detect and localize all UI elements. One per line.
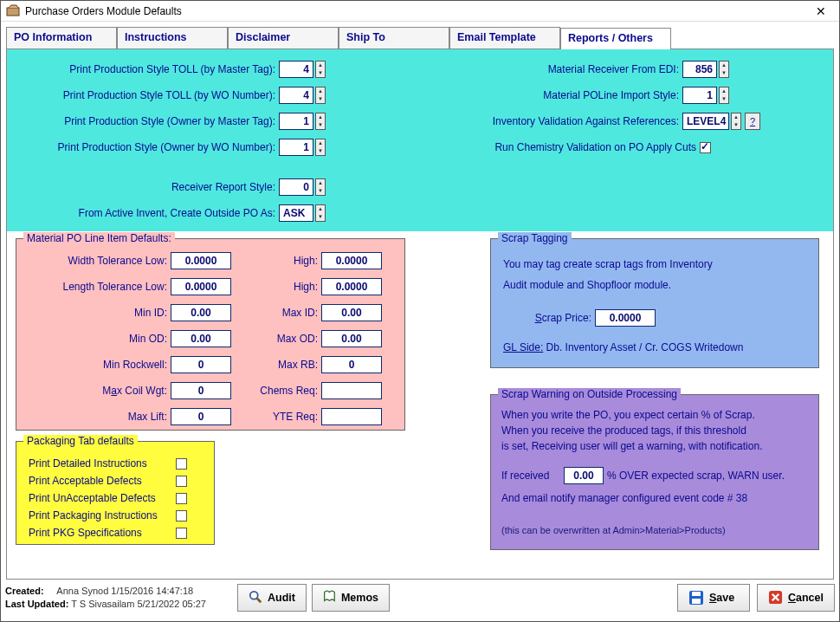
tab-reports-others[interactable]: Reports / Others bbox=[560, 28, 671, 49]
save-button[interactable]: Save bbox=[677, 584, 750, 612]
cancel-button-label: Cancel bbox=[788, 592, 824, 604]
footer-meta: Created: Anna Synod 1/15/2016 14:47:18 L… bbox=[5, 585, 230, 611]
mat-recv-edi-spinner[interactable] bbox=[719, 61, 729, 78]
packaging-defaults-group: Packaging Tab defaults Print Detailed In… bbox=[16, 441, 215, 545]
tab-disclaimer[interactable]: Disclaimer bbox=[228, 27, 339, 49]
memos-button-label: Memos bbox=[341, 592, 378, 604]
max-od-label: Max OD: bbox=[231, 333, 321, 345]
create-outside-select[interactable]: ASK bbox=[279, 204, 313, 222]
if-received-post: % OVER expected scrap, WARN user. bbox=[604, 470, 811, 482]
max-id-input[interactable]: 0.00 bbox=[321, 304, 382, 321]
length-low-input[interactable]: 0.0000 bbox=[171, 278, 231, 295]
min-id-input[interactable]: 0.00 bbox=[171, 304, 231, 321]
scrap-tagging-group: Scrap Tagging You may tag create scrap t… bbox=[490, 238, 819, 368]
receiver-style-label: Receiver Report Style: bbox=[7, 181, 279, 193]
mat-poimport-spinner[interactable] bbox=[719, 87, 729, 104]
inv-valid-label: Inventory Validation Against References: bbox=[379, 115, 682, 127]
min-od-input[interactable]: 0.00 bbox=[171, 330, 231, 347]
save-icon bbox=[688, 590, 704, 606]
prod-owner-wo-input[interactable]: 1 bbox=[279, 139, 313, 156]
receiver-style-input[interactable]: 0 bbox=[279, 178, 313, 196]
tab-strip: PO Information Instructions Disclaimer S… bbox=[6, 27, 834, 49]
create-outside-spinner[interactable] bbox=[315, 204, 326, 222]
max-od-input[interactable]: 0.00 bbox=[321, 330, 382, 347]
yte-req-input[interactable] bbox=[321, 408, 382, 425]
max-coil-input[interactable]: 0 bbox=[171, 382, 231, 399]
packaging-item-3-checkbox[interactable] bbox=[176, 510, 187, 522]
svg-rect-5 bbox=[692, 599, 701, 604]
inv-valid-help-button[interactable]: ? bbox=[745, 113, 760, 130]
width-high-input[interactable]: 0.0000 bbox=[321, 252, 382, 269]
max-coil-label: Max Coil Wgt: bbox=[16, 385, 171, 397]
inv-valid-select[interactable]: LEVEL4 bbox=[682, 113, 729, 130]
scrap-price-input[interactable]: 0.0000 bbox=[595, 309, 656, 327]
material-defaults-title: Material PO Line Item Defaults: bbox=[23, 232, 175, 244]
prod-owner-master-input[interactable]: 1 bbox=[279, 113, 313, 130]
length-high-label: High: bbox=[231, 281, 321, 293]
scrap-tagging-line1: You may tag create scrap tags from Inven… bbox=[503, 258, 806, 270]
min-rockwell-input[interactable]: 0 bbox=[171, 356, 231, 373]
cancel-button[interactable]: Cancel bbox=[757, 584, 835, 612]
cancel-icon bbox=[768, 590, 783, 606]
max-lift-input[interactable]: 0 bbox=[171, 408, 231, 425]
svg-point-1 bbox=[250, 592, 258, 599]
run-chem-label: Run Chemistry Validation on PO Apply Cut… bbox=[379, 141, 700, 153]
svg-rect-4 bbox=[692, 592, 701, 596]
tab-instructions[interactable]: Instructions bbox=[117, 27, 228, 49]
magnifier-icon bbox=[249, 590, 262, 606]
prod-toll-master-label: Print Production Style TOLL (by Master T… bbox=[7, 63, 279, 75]
receiver-style-spinner[interactable] bbox=[315, 178, 326, 196]
yte-req-label: YTE Req: bbox=[231, 411, 321, 423]
book-icon bbox=[323, 590, 336, 606]
tab-po-information[interactable]: PO Information bbox=[6, 27, 117, 49]
mat-recv-edi-label: Material Receiver From EDI: bbox=[379, 63, 682, 75]
packaging-item-3-label: Print Packaging Instructions bbox=[29, 509, 176, 522]
close-button[interactable]: ✕ bbox=[808, 4, 834, 18]
audit-button[interactable]: Audit bbox=[237, 584, 307, 612]
tab-email-template[interactable]: Email Template bbox=[449, 27, 560, 49]
packaging-item-4-checkbox[interactable] bbox=[176, 528, 187, 539]
width-high-label: High: bbox=[231, 255, 321, 267]
packaging-item-2-checkbox[interactable] bbox=[176, 493, 187, 504]
min-od-label: Min OD: bbox=[16, 333, 171, 345]
packaging-item-4-label: Print PKG Specifications bbox=[29, 527, 176, 539]
packaging-item-0-checkbox[interactable] bbox=[176, 458, 187, 470]
packaging-item-1-label: Print Acceptable Defects bbox=[29, 475, 176, 487]
packaging-item-1-checkbox[interactable] bbox=[176, 476, 187, 487]
max-rb-label: Max RB: bbox=[231, 359, 321, 371]
prod-toll-wo-input[interactable]: 4 bbox=[279, 87, 313, 104]
run-chem-checkbox[interactable] bbox=[700, 142, 711, 153]
mat-poimport-label: Material POLine Import Style: bbox=[379, 89, 682, 101]
chems-req-input[interactable] bbox=[321, 382, 382, 399]
prod-owner-wo-spinner[interactable] bbox=[315, 139, 326, 156]
scrap-glside: GL Side: Db. Inventory Asset / Cr. COGS … bbox=[503, 341, 815, 353]
inv-valid-spinner[interactable] bbox=[731, 113, 741, 130]
if-received-input[interactable]: 0.00 bbox=[564, 467, 604, 484]
width-low-input[interactable]: 0.0000 bbox=[171, 252, 231, 269]
prod-owner-wo-label: Print Production Style (Owner by WO Numb… bbox=[7, 141, 279, 153]
create-outside-label: From Active Invent, Create Outside PO As… bbox=[7, 207, 279, 219]
scrap-warning-p2: When you receive the produced tags, if t… bbox=[501, 424, 813, 437]
save-button-label: Save bbox=[709, 592, 734, 604]
mat-recv-edi-input[interactable]: 856 bbox=[682, 61, 717, 78]
tab-ship-to[interactable]: Ship To bbox=[339, 27, 449, 49]
length-high-input[interactable]: 0.0000 bbox=[321, 278, 382, 295]
mat-poimport-input[interactable]: 1 bbox=[682, 87, 717, 104]
length-low-label: Length Tolerance Low: bbox=[16, 281, 171, 293]
prod-toll-wo-spinner[interactable] bbox=[315, 87, 326, 104]
prod-owner-master-spinner[interactable] bbox=[315, 113, 326, 130]
packaging-item-2-label: Print UnAcceptable Defects bbox=[29, 492, 176, 504]
scrap-tagging-title: Scrap Tagging bbox=[498, 232, 572, 244]
packaging-defaults-title: Packaging Tab defaults bbox=[23, 435, 138, 447]
scrap-warning-p1: When you write the PO, you expect certai… bbox=[501, 409, 813, 421]
chems-req-label: Chems Req: bbox=[231, 385, 321, 397]
scrap-warning-group: Scrap Warning on Outside Processing When… bbox=[490, 394, 819, 550]
prod-toll-master-spinner[interactable] bbox=[315, 61, 326, 78]
prod-toll-master-input[interactable]: 4 bbox=[279, 61, 313, 78]
svg-rect-0 bbox=[7, 8, 19, 16]
audit-button-label: Audit bbox=[268, 592, 295, 604]
memos-button[interactable]: Memos bbox=[312, 584, 390, 612]
prod-toll-wo-label: Print Production Style TOLL (by WO Numbe… bbox=[7, 89, 279, 101]
window-title: Purchase Orders Module Defaults bbox=[25, 5, 808, 17]
max-rb-input[interactable]: 0 bbox=[321, 356, 382, 373]
